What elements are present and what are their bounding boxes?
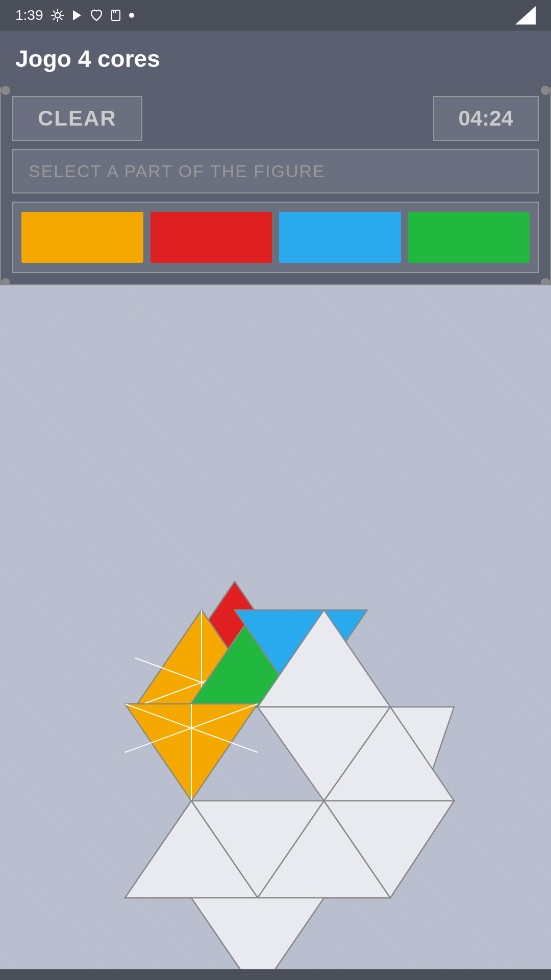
svg-point-0 [55,13,60,18]
select-prompt: SELECT A PART OF THE FIGURE [12,149,539,193]
row-controls: CLEAR 04:24 [12,96,539,141]
signal-icon [515,6,536,24]
puzzle-canvas[interactable]: .tri { stroke: #888; stroke-width: 2.5; … [0,285,551,969]
status-left: 1:39 [15,7,135,23]
swatch-green[interactable] [408,212,530,263]
app-bar: Jogo 4 cores [0,31,551,87]
corner-dot-tl [1,86,10,95]
bottom-bar [0,969,551,980]
svg-point-5 [129,13,134,18]
swatch-blue[interactable] [279,212,401,263]
status-right [515,6,536,24]
swatch-yellow[interactable] [21,212,143,263]
swatch-red[interactable] [151,212,272,263]
heart-icon [89,8,104,22]
color-swatches [12,202,539,273]
status-time: 1:39 [15,7,43,23]
clear-button[interactable]: CLEAR [12,96,142,141]
puzzle-svg: .tri { stroke: #888; stroke-width: 2.5; … [0,285,551,969]
svg-marker-6 [515,6,536,24]
status-bar: 1:39 [0,0,551,31]
triangle-white-row7-1[interactable] [191,898,324,969]
sd-icon [109,8,123,22]
status-icons [51,8,135,22]
dot-icon [128,12,135,19]
controls-panel: CLEAR 04:24 SELECT A PART OF THE FIGURE [0,87,551,285]
svg-marker-1 [73,10,81,20]
timer-display: 04:24 [433,96,539,141]
svg-rect-3 [113,10,114,13]
play-icon [70,8,84,22]
corner-dot-tr [541,86,550,95]
settings-icon [51,8,65,22]
app-title: Jogo 4 cores [15,45,160,72]
svg-rect-4 [115,10,116,13]
